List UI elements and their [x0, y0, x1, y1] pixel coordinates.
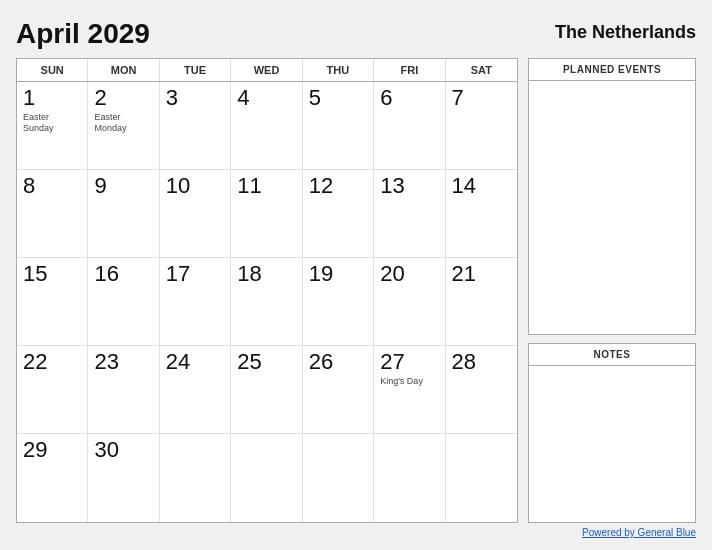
cal-cell: 28	[446, 346, 517, 434]
day-number: 6	[380, 86, 438, 110]
cal-cell: 26	[303, 346, 374, 434]
cal-cell: 19	[303, 258, 374, 346]
cal-cell: 10	[160, 170, 231, 258]
day-name-wed: WED	[231, 59, 302, 81]
cal-cell: 8	[17, 170, 88, 258]
cal-cell: 9	[88, 170, 159, 258]
day-number: 23	[94, 350, 152, 374]
day-name-thu: THU	[303, 59, 374, 81]
day-number: 3	[166, 86, 224, 110]
day-name-fri: FRI	[374, 59, 445, 81]
day-number: 8	[23, 174, 81, 198]
day-number: 14	[452, 174, 511, 198]
cal-cell: 25	[231, 346, 302, 434]
cal-cell: 24	[160, 346, 231, 434]
day-name-sat: SAT	[446, 59, 517, 81]
cal-cell: 11	[231, 170, 302, 258]
cal-cell: 22	[17, 346, 88, 434]
day-number: 22	[23, 350, 81, 374]
planned-events-title: PLANNED EVENTS	[529, 59, 695, 81]
page-title: April 2029	[16, 18, 150, 50]
day-number: 11	[237, 174, 295, 198]
calendar-body: 1Easter Sunday2Easter Monday345678910111…	[17, 82, 517, 522]
cal-cell: 13	[374, 170, 445, 258]
day-number: 29	[23, 438, 81, 462]
day-number: 26	[309, 350, 367, 374]
event-label: King's Day	[380, 376, 438, 387]
cal-cell: 18	[231, 258, 302, 346]
day-number: 1	[23, 86, 81, 110]
cal-cell: 15	[17, 258, 88, 346]
cal-cell: 29	[17, 434, 88, 522]
day-name-tue: TUE	[160, 59, 231, 81]
powered-by-link[interactable]: Powered by General Blue	[582, 527, 696, 538]
day-number: 30	[94, 438, 152, 462]
cal-cell: 27King's Day	[374, 346, 445, 434]
calendar: SUNMONTUEWEDTHUFRISAT 1Easter Sunday2Eas…	[16, 58, 518, 523]
cal-cell: 17	[160, 258, 231, 346]
day-number: 7	[452, 86, 511, 110]
cal-cell: 4	[231, 82, 302, 170]
day-number: 19	[309, 262, 367, 286]
sidebar: PLANNED EVENTS NOTES	[528, 58, 696, 523]
main-area: SUNMONTUEWEDTHUFRISAT 1Easter Sunday2Eas…	[16, 58, 696, 523]
day-number: 25	[237, 350, 295, 374]
cal-cell: 5	[303, 82, 374, 170]
cal-cell	[303, 434, 374, 522]
day-number: 20	[380, 262, 438, 286]
day-number: 4	[237, 86, 295, 110]
cal-cell: 3	[160, 82, 231, 170]
cal-cell: 16	[88, 258, 159, 346]
day-number: 13	[380, 174, 438, 198]
day-number: 27	[380, 350, 438, 374]
footer: Powered by General Blue	[16, 527, 696, 538]
calendar-header: SUNMONTUEWEDTHUFRISAT	[17, 59, 517, 82]
notes-title: NOTES	[529, 344, 695, 366]
page: April 2029 The Netherlands SUNMONTUEWEDT…	[0, 0, 712, 550]
cal-cell: 7	[446, 82, 517, 170]
cal-cell: 1Easter Sunday	[17, 82, 88, 170]
cal-cell	[160, 434, 231, 522]
day-number: 5	[309, 86, 367, 110]
day-number: 17	[166, 262, 224, 286]
event-label: Easter Sunday	[23, 112, 81, 134]
cal-cell	[374, 434, 445, 522]
cal-cell: 30	[88, 434, 159, 522]
planned-events-box: PLANNED EVENTS	[528, 58, 696, 335]
event-label: Easter Monday	[94, 112, 152, 134]
country-label: The Netherlands	[555, 18, 696, 43]
cal-cell: 2Easter Monday	[88, 82, 159, 170]
cal-cell: 21	[446, 258, 517, 346]
day-number: 10	[166, 174, 224, 198]
cal-cell: 12	[303, 170, 374, 258]
day-number: 28	[452, 350, 511, 374]
cal-cell: 23	[88, 346, 159, 434]
cal-cell	[446, 434, 517, 522]
day-number: 15	[23, 262, 81, 286]
day-number: 9	[94, 174, 152, 198]
notes-body	[529, 366, 695, 522]
notes-box: NOTES	[528, 343, 696, 523]
day-number: 18	[237, 262, 295, 286]
cal-cell: 6	[374, 82, 445, 170]
day-number: 2	[94, 86, 152, 110]
cal-cell: 20	[374, 258, 445, 346]
header: April 2029 The Netherlands	[16, 18, 696, 50]
cal-cell: 14	[446, 170, 517, 258]
day-number: 12	[309, 174, 367, 198]
day-number: 16	[94, 262, 152, 286]
day-number: 21	[452, 262, 511, 286]
day-number: 24	[166, 350, 224, 374]
cal-cell	[231, 434, 302, 522]
day-name-mon: MON	[88, 59, 159, 81]
day-name-sun: SUN	[17, 59, 88, 81]
planned-events-body	[529, 81, 695, 334]
